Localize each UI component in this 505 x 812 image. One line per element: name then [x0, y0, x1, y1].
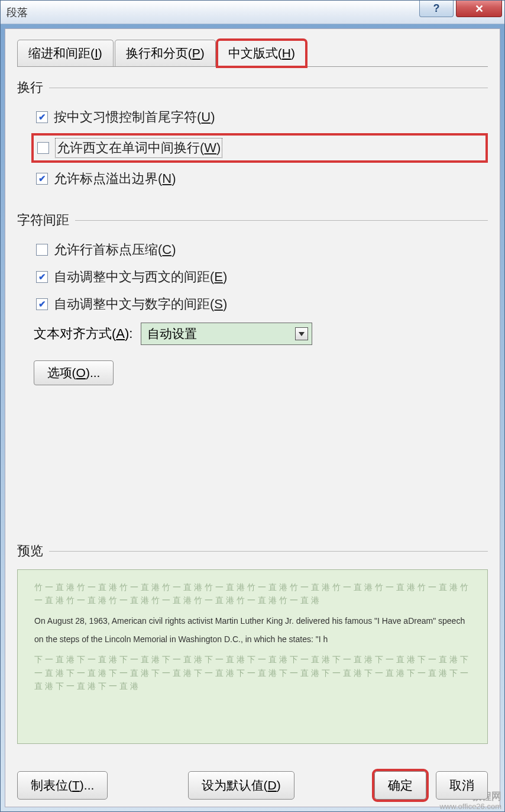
right-buttons: 确定 取消	[374, 771, 488, 800]
set-default-button[interactable]: 设为默认值(D)	[188, 771, 294, 800]
linebreak-legend: 换行	[17, 79, 488, 96]
charspacing-fieldset: 字符间距 允许行首标点压缩(C) 自动调整中文与西文的间距(E) 自动调整中文与…	[17, 211, 488, 385]
tabstops-button[interactable]: 制表位(T)...	[17, 771, 108, 800]
checkbox-icon	[36, 271, 48, 283]
text-alignment-combo[interactable]: 自动设置	[141, 323, 312, 345]
tab-panel: 换行 按中文习惯控制首尾字符(U) 允许西文在单词中间换行(W) 允许标点溢出边…	[17, 66, 488, 800]
close-icon: ✕	[475, 2, 484, 15]
checkbox-latin-wordwrap[interactable]: 允许西文在单词中间换行(W)	[31, 133, 488, 163]
button-label: 取消	[449, 778, 474, 792]
button-label: 选项(O)...	[47, 366, 101, 379]
checkbox-icon	[36, 111, 48, 123]
tab-chinese-typography[interactable]: 中文版式(H)	[217, 40, 306, 67]
help-icon: ?	[433, 2, 440, 15]
combo-value: 自动设置	[147, 326, 197, 342]
checkbox-icon	[37, 142, 49, 154]
preview-box: 竹一直港竹一直港竹一直港竹一直港竹一直港竹一直港竹一直港竹一直港竹一直港竹一直港…	[17, 569, 488, 744]
ok-button[interactable]: 确定	[374, 771, 426, 800]
checkbox-label: 允许西文在单词中间换行(W)	[55, 138, 222, 158]
preview-fieldset: 预览 竹一直港竹一直港竹一直港竹一直港竹一直港竹一直港竹一直港竹一直港竹一直港竹…	[17, 542, 488, 744]
preview-placeholder-after: 下一直港下一直港下一直港下一直港下一直港下一直港下一直港下一直港下一直港下一直港…	[34, 653, 471, 692]
tab-indent-spacing[interactable]: 缩进和间距(I)	[17, 40, 114, 66]
tab-line-pagebreak[interactable]: 换行和分页(P)	[115, 40, 216, 66]
window-title: 段落	[7, 5, 28, 20]
preview-placeholder-before: 竹一直港竹一直港竹一直港竹一直港竹一直港竹一直港竹一直港竹一直港竹一直港竹一直港…	[34, 581, 471, 607]
checkbox-adjust-cjk-latin[interactable]: 自动调整中文与西文的间距(E)	[34, 266, 488, 288]
checkbox-hanging-punctuation[interactable]: 允许标点溢出边界(N)	[34, 167, 488, 190]
charspacing-legend: 字符间距	[17, 211, 488, 229]
chevron-down-icon	[295, 327, 308, 340]
preview-legend: 预览	[17, 542, 488, 560]
text-alignment-row: 文本对齐方式(A): 自动设置	[34, 323, 488, 345]
dialog-window: 段落 ? ✕ 缩进和间距(I) 换行和分页(P) 中文版式(H) 换行	[0, 0, 505, 812]
checkbox-label: 按中文习惯控制首尾字符(U)	[54, 108, 215, 126]
cancel-button[interactable]: 取消	[436, 771, 488, 800]
checkbox-label: 允许标点溢出边界(N)	[54, 170, 176, 188]
titlebar: 段落 ? ✕	[1, 1, 504, 24]
button-label: 设为默认值(D)	[202, 778, 281, 792]
checkbox-compress-punctuation[interactable]: 允许行首标点压缩(C)	[34, 239, 488, 261]
close-button[interactable]: ✕	[456, 1, 502, 17]
checkbox-label: 允许行首标点压缩(C)	[54, 241, 176, 259]
tab-label: 缩进和间距(I)	[28, 46, 102, 60]
tab-strip: 缩进和间距(I) 换行和分页(P) 中文版式(H)	[17, 40, 488, 66]
dialog-button-bar: 制表位(T)... 设为默认值(D) 确定 取消	[17, 771, 488, 800]
button-label: 制表位(T)...	[31, 778, 94, 792]
titlebar-buttons: ? ✕	[419, 1, 504, 24]
checkbox-label: 自动调整中文与西文的间距(E)	[54, 268, 227, 286]
dialog-content: 缩进和间距(I) 换行和分页(P) 中文版式(H) 换行 按中文习惯控制首尾字符…	[5, 28, 500, 807]
checkbox-label: 自动调整中文与数字的间距(S)	[54, 295, 227, 313]
text-alignment-label: 文本对齐方式(A):	[34, 325, 132, 343]
tab-label: 中文版式(H)	[228, 46, 295, 60]
checkbox-icon	[36, 173, 48, 185]
help-button[interactable]: ?	[419, 1, 454, 17]
spacer	[17, 402, 488, 542]
tab-label: 换行和分页(P)	[126, 46, 205, 60]
options-button[interactable]: 选项(O)...	[34, 360, 114, 385]
preview-sample-text: On August 28, 1963, American civil right…	[34, 612, 471, 649]
checkbox-icon	[36, 244, 48, 256]
linebreak-fieldset: 换行 按中文习惯控制首尾字符(U) 允许西文在单词中间换行(W) 允许标点溢出边…	[17, 79, 488, 195]
checkbox-adjust-cjk-number[interactable]: 自动调整中文与数字的间距(S)	[34, 293, 488, 315]
checkbox-icon	[36, 298, 48, 310]
button-label: 确定	[388, 778, 413, 792]
checkbox-chinese-line-rules[interactable]: 按中文习惯控制首尾字符(U)	[34, 106, 488, 128]
